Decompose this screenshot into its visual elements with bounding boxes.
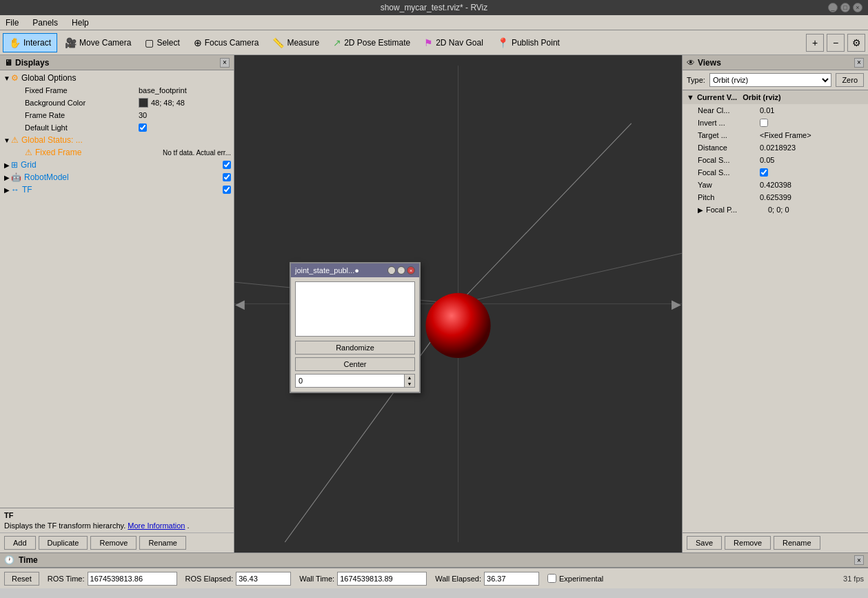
global-options-arrow[interactable]: ▼	[3, 74, 11, 82]
views-focal-size-row: Focal S... 0.05	[683, 154, 868, 166]
svg-line-5	[458, 253, 683, 303]
zoom-in-button[interactable]: +	[806, 34, 824, 52]
displays-monitor-icon: 🖥	[4, 58, 12, 68]
interact-icon: ✋	[9, 37, 21, 48]
tool-select[interactable]: ▢ Select	[139, 33, 185, 52]
tf-arrow[interactable]: ▶	[3, 186, 11, 194]
rename-display-button[interactable]: Rename	[139, 536, 186, 550]
menu-help[interactable]: Help	[69, 17, 92, 28]
bottom-text: TF Displays the TF transform hierarchy. …	[0, 508, 234, 532]
2d-nav-icon: ⚑	[424, 37, 433, 48]
tool-focus-camera[interactable]: ⊕ Focus Camera	[188, 33, 265, 52]
more-info-link[interactable]: More Information	[128, 521, 185, 530]
2d-pose-label: 2D Pose Estimate	[344, 38, 410, 48]
settings-button[interactable]: ⚙	[847, 34, 865, 52]
fixed-frame-row: Fixed Frame base_footprint	[0, 84, 234, 97]
save-view-button[interactable]: Save	[687, 536, 722, 550]
time-close-button[interactable]: ×	[854, 555, 864, 565]
spinner-input[interactable]	[296, 375, 404, 387]
main-content: 🖥 Displays × ▼ ⚙ Global Options Fixed Fr…	[0, 55, 868, 552]
maximize-button[interactable]: □	[840, 3, 850, 12]
dialog-close-button[interactable]: ×	[407, 266, 415, 275]
robotmodel-arrow[interactable]: ▶	[3, 173, 11, 181]
views-type-select[interactable]: Orbit (rviz)	[709, 73, 831, 87]
tool-publish[interactable]: 📍 Publish Point	[491, 33, 566, 52]
rename-view-button[interactable]: Rename	[774, 536, 820, 550]
views-yaw-row: Yaw 0.420398	[683, 179, 868, 191]
remove-display-button[interactable]: Remove	[90, 536, 137, 550]
background-color-swatch[interactable]	[139, 98, 148, 108]
ros-elapsed-input[interactable]	[236, 572, 291, 586]
menu-file[interactable]: File	[3, 17, 21, 28]
tool-2d-nav[interactable]: ⚑ 2D Nav Goal	[418, 33, 489, 52]
remove-view-button[interactable]: Remove	[725, 536, 771, 550]
global-status-icon: ⚠	[11, 135, 19, 145]
randomize-button[interactable]: Randomize	[295, 341, 415, 355]
default-light-checkbox[interactable]	[139, 123, 147, 132]
status-fixed-icon: ⚠	[25, 148, 32, 157]
2d-nav-label: 2D Nav Goal	[436, 38, 483, 48]
add-button[interactable]: Add	[4, 536, 36, 550]
current-view-section[interactable]: ▼ Current V... Orbit (rviz)	[683, 90, 868, 104]
viewport[interactable]: ◀ ▶ joint_state_publ...● _ □ × Randomize…	[234, 55, 682, 552]
views-focal-point-row[interactable]: ▶ Focal P... 0; 0; 0	[683, 203, 868, 216]
current-view-label: Current V...	[697, 93, 737, 101]
viewport-collapse-right[interactable]: ▶	[671, 294, 682, 315]
dialog-minimize-button[interactable]: _	[387, 266, 396, 275]
views-close-button[interactable]: ×	[854, 58, 864, 68]
viewport-collapse-left[interactable]: ◀	[234, 294, 245, 315]
views-panel: 👁 Views × Type: Orbit (rviz) Zero ▼ Curr…	[682, 55, 868, 552]
duplicate-button[interactable]: Duplicate	[39, 536, 88, 550]
current-view-arrow[interactable]: ▼	[687, 93, 694, 101]
bottom-section-label: TF	[4, 511, 230, 519]
minimize-button[interactable]: _	[828, 3, 838, 12]
global-options-row[interactable]: ▼ ⚙ Global Options	[0, 72, 234, 84]
invert-checkbox[interactable]	[760, 119, 768, 127]
wall-time-field: Wall Time:	[299, 572, 427, 586]
time-title-group: 🕐 Time	[4, 555, 38, 565]
reset-button[interactable]: Reset	[4, 572, 39, 586]
robotmodel-row[interactable]: ▶ 🤖 RobotModel	[0, 171, 234, 183]
views-near-clip-row: Near Cl... 0.01	[683, 104, 868, 117]
displays-close-button[interactable]: ×	[220, 58, 230, 68]
tool-move-camera[interactable]: 🎥 Move Camera	[59, 33, 137, 52]
tool-measure[interactable]: 📏 Measure	[266, 33, 325, 52]
wall-time-input[interactable]	[337, 572, 427, 586]
window-controls[interactable]: _ □ ×	[828, 3, 862, 12]
focal-point-arrow[interactable]: ▶	[698, 206, 703, 214]
experimental-checkbox[interactable]	[547, 574, 556, 583]
global-status-row[interactable]: ▼ ⚠ Global Status: ...	[0, 134, 234, 146]
global-status-arrow[interactable]: ▼	[3, 136, 11, 144]
views-distance-row: Distance 0.0218923	[683, 141, 868, 154]
views-target-row: Target ... <Fixed Frame>	[683, 129, 868, 141]
wall-elapsed-input[interactable]	[484, 572, 539, 586]
grid-checkbox[interactable]	[223, 161, 231, 169]
publish-label: Publish Point	[512, 38, 560, 48]
views-invert-row: Invert ...	[683, 117, 868, 129]
spinner-buttons: ▲ ▼	[404, 375, 414, 387]
dialog-canvas	[295, 281, 415, 337]
focal-shape-checkbox[interactable]	[760, 168, 768, 177]
robotmodel-checkbox[interactable]	[223, 173, 231, 181]
close-window-button[interactable]: ×	[853, 3, 862, 12]
views-bottom-buttons: Save Remove Rename	[683, 532, 868, 552]
zoom-out-button[interactable]: −	[827, 34, 845, 52]
grid-row[interactable]: ▶ ⊞ Grid	[0, 159, 234, 171]
menu-panels[interactable]: Panels	[30, 17, 61, 28]
spinner-down-button[interactable]: ▼	[405, 381, 414, 387]
spinner-up-button[interactable]: ▲	[405, 375, 414, 381]
dialog-maximize-button[interactable]: □	[397, 266, 405, 275]
grid-arrow[interactable]: ▶	[3, 161, 11, 169]
displays-panel: 🖥 Displays × ▼ ⚙ Global Options Fixed Fr…	[0, 55, 234, 552]
zero-button[interactable]: Zero	[836, 73, 864, 87]
ros-time-input[interactable]	[88, 572, 177, 586]
measure-icon: 📏	[272, 37, 284, 48]
tool-interact[interactable]: ✋ Interact	[3, 33, 57, 52]
experimental-field: Experimental	[547, 574, 603, 583]
tf-row[interactable]: ▶ ↔ TF	[0, 183, 234, 196]
tool-2d-pose[interactable]: ↗ 2D Pose Estimate	[327, 33, 416, 52]
views-focal-shape-row: Focal S...	[683, 166, 868, 179]
center-button[interactable]: Center	[295, 357, 415, 371]
views-tree: ▼ Current V... Orbit (rviz) Near Cl... 0…	[683, 90, 868, 532]
tf-checkbox[interactable]	[223, 186, 231, 194]
